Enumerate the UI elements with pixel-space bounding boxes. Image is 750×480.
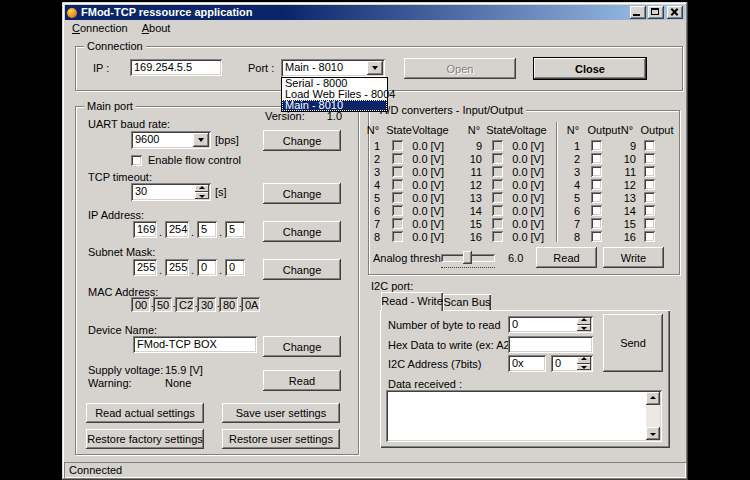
adc-output-checkbox[interactable] — [644, 231, 655, 242]
adc-write-button[interactable]: Write — [603, 247, 664, 268]
adc-output-checkbox[interactable] — [644, 153, 655, 164]
adc-input-number: 13 — [462, 192, 482, 204]
i2c-address-value: 0 — [555, 357, 561, 369]
adc-input-number: 7 — [366, 218, 380, 230]
adc-output-checkbox[interactable] — [591, 192, 602, 203]
vertical-scrollbar[interactable] — [646, 392, 660, 440]
adc-output-checkbox[interactable] — [644, 205, 655, 216]
num-bytes-spinner[interactable]: 0 — [508, 316, 593, 333]
i2c-address-spin-buttons — [577, 357, 591, 370]
adc-input-voltage: 0.0 [V] — [508, 218, 544, 230]
adc-header-voltage: Voltage — [412, 124, 446, 136]
adc-output-number: 9 — [616, 140, 636, 152]
port-option[interactable]: Main - 8010 — [282, 100, 387, 111]
i2c-address-prefix-input[interactable]: 0x — [508, 355, 546, 372]
arrow-up-icon — [581, 318, 587, 321]
tab-scan-bus[interactable]: Scan Bus — [443, 294, 491, 310]
data-received-textarea[interactable] — [386, 390, 662, 442]
status-text: Connected — [69, 464, 122, 476]
menu-connection[interactable]: Connection — [65, 21, 135, 35]
supply-voltage-label: Supply voltage: — [88, 364, 163, 377]
adc-input-state-checkbox — [492, 153, 503, 164]
mac-byte-field: 0A — [241, 297, 260, 312]
adc-input-number: 11 — [462, 166, 482, 178]
device-name-input[interactable]: FMod-TCP BOX — [133, 336, 257, 353]
mac-byte-field: C2 — [175, 297, 194, 312]
adc-output-number: 16 — [616, 231, 636, 243]
adc-row: 10.0 [V]90.0 [V]19 — [62, 140, 688, 152]
adc-output-number: 5 — [564, 192, 580, 204]
title-bar[interactable]: FMod-TCP ressource application — [65, 5, 685, 20]
change-device-name-button[interactable]: Change — [263, 336, 341, 357]
minimize-icon — [633, 14, 640, 16]
adc-output-checkbox[interactable] — [591, 218, 602, 229]
uart-baud-rate-label: UART baud rate: — [88, 118, 170, 131]
scroll-up-button[interactable] — [646, 392, 660, 405]
adc-output-checkbox[interactable] — [644, 218, 655, 229]
desktop: FMod-TCP ressource application Connectio… — [0, 0, 750, 480]
restore-factory-settings-button[interactable]: Restore factory settings — [86, 429, 204, 449]
ip-input[interactable]: 169.254.5.5 — [130, 59, 222, 76]
adc-output-checkbox[interactable] — [644, 140, 655, 151]
adc-output-checkbox[interactable] — [644, 179, 655, 190]
restore-user-settings-button[interactable]: Restore user settings — [222, 429, 340, 449]
arrow-up-icon — [650, 396, 656, 399]
adc-output-number: 4 — [564, 179, 580, 191]
spin-down-button[interactable] — [577, 325, 591, 332]
subnet-octet-input[interactable]: 0 — [197, 259, 217, 276]
adc-input-state-checkbox — [492, 179, 503, 190]
port-dropdown-button[interactable] — [367, 61, 383, 75]
port-combobox[interactable]: Main - 8010 — [281, 59, 385, 77]
subnet-octet-input[interactable]: 0 — [225, 259, 245, 276]
subnet-octet-input[interactable]: 255 — [133, 259, 157, 276]
read-actual-settings-button[interactable]: Read actual settings — [86, 403, 204, 423]
adc-output-checkbox[interactable] — [591, 166, 602, 177]
num-bytes-label: Number of byte to read — [388, 319, 501, 332]
adc-input-voltage: 0.0 [V] — [508, 179, 544, 191]
adc-output-checkbox[interactable] — [591, 179, 602, 190]
change-subnet-mask-button[interactable]: Change — [263, 259, 341, 280]
hex-data-input[interactable] — [508, 336, 593, 353]
adc-output-checkbox[interactable] — [591, 205, 602, 216]
adc-read-button[interactable]: Read — [536, 247, 597, 268]
adc-input-voltage: 0.0 [V] — [408, 192, 444, 204]
close-window-button[interactable] — [667, 6, 683, 19]
adc-input-state-checkbox — [492, 192, 503, 203]
tab-read-write[interactable]: Read - Write — [381, 292, 443, 311]
adc-input-state-checkbox — [492, 231, 503, 242]
scroll-down-button[interactable] — [646, 427, 660, 440]
close-button[interactable]: Close — [534, 58, 646, 79]
adc-output-checkbox[interactable] — [591, 153, 602, 164]
open-button[interactable]: Open — [404, 58, 516, 79]
adc-input-number: 9 — [462, 140, 482, 152]
adc-output-checkbox[interactable] — [644, 166, 655, 177]
app-icon — [67, 8, 77, 18]
adc-input-voltage: 0.0 [V] — [408, 179, 444, 191]
menu-bar: Connection About — [65, 21, 685, 35]
arrow-down-icon — [581, 366, 587, 369]
analog-threshold-value: 6.0 — [508, 252, 530, 265]
menu-about[interactable]: About — [135, 21, 178, 35]
send-button[interactable]: Send — [603, 314, 663, 372]
adc-output-checkbox[interactable] — [591, 231, 602, 242]
adc-input-voltage: 0.0 [V] — [408, 231, 444, 243]
save-user-settings-button[interactable]: Save user settings — [222, 403, 340, 423]
adc-output-number: 3 — [564, 166, 580, 178]
adc-output-checkbox[interactable] — [591, 140, 602, 151]
subnet-octet-input[interactable]: 255 — [165, 259, 189, 276]
adc-header-n: N° — [618, 124, 636, 136]
adc-input-voltage: 0.0 [V] — [408, 218, 444, 230]
adc-input-number: 2 — [366, 153, 380, 165]
adc-output-checkbox[interactable] — [644, 192, 655, 203]
adc-input-voltage: 0.0 [V] — [408, 166, 444, 178]
maximize-button[interactable] — [648, 6, 664, 19]
minimize-button[interactable] — [630, 6, 646, 19]
adc-input-number: 8 — [366, 231, 380, 243]
read-supply-button[interactable]: Read — [263, 370, 341, 391]
adc-output-number: 6 — [564, 205, 580, 217]
octet-separator: . — [159, 264, 162, 277]
chevron-down-icon — [372, 66, 378, 70]
spin-down-button[interactable] — [577, 364, 591, 371]
adc-output-number: 2 — [564, 153, 580, 165]
i2c-address-spinner[interactable]: 0 — [551, 355, 593, 372]
